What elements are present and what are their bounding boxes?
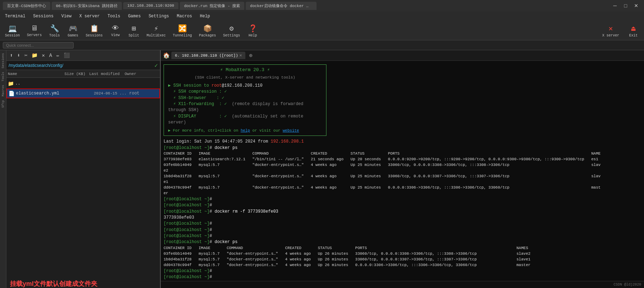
servers-icon: 🖥 [31,24,38,33]
terminal-line-er: er [164,191,641,196]
terminal-prompt-5: [root@localhost ~]# [164,233,641,239]
fp-block-button[interactable]: ⬛ [62,52,71,59]
toolbar-sessions[interactable]: 📋 Sessions [84,23,105,39]
terminal-line-master: dd04378c994f mysql:5.7 "docker-entrypoin… [164,185,641,191]
col-size-header[interactable]: Size (KB) [64,72,89,76]
terminal-tab-active[interactable]: 6. 192.168.208.110 ([root]) ✕ [171,52,245,59]
file-row-parent[interactable]: 📁 .. [6,79,160,88]
tab-docker-image[interactable]: docker启动镜像命令 docker 启… [246,2,317,10]
multiexec-icon: ⚡ [154,24,158,33]
tab-es9200[interactable]: 192.168.208.110:9200 [123,2,178,9]
terminal-bottom: CSDN @ldj2020 [161,281,644,288]
quickconnect-input[interactable] [3,42,74,48]
menubar: Terminal Sessions View X server Tools Ga… [0,11,644,21]
menu-macros[interactable]: Macros [173,13,195,20]
maximize-button[interactable]: □ [621,1,631,10]
minimize-button[interactable]: ─ [610,1,620,10]
terminal-tab-add[interactable]: ⊕ [247,51,255,60]
file-list: 📁 .. 📄 elasticsearch.yml 2024-06-15 ... … [6,78,160,272]
menu-terminal[interactable]: Terminal [1,13,29,20]
terminal-panel: 🏠 6. 192.168.208.110 ([root]) ✕ ⊕ ⚡ Moba… [161,50,644,288]
sidebar-macros[interactable]: Macros [1,83,5,98]
yml-file-icon: 📄 [8,91,15,97]
terminal-line-header2: CONTAINER ID IMAGE COMMAND CREATED STATU… [164,246,641,251]
terminal-prompt-6: [root@localhost ~]# [164,268,641,274]
col-name-header[interactable]: Name [8,72,64,76]
annotation-text: 挂载yml文件默认创建成文件夹 [10,280,156,288]
mobaterm-title: ⚡ MobaXterm 20.3 ⚡ [168,67,322,74]
tab-csdn[interactable]: 百文章-CSDN创作中心 [3,2,50,10]
fp-up-button[interactable]: ⬆ [8,52,14,59]
view-icon: 👁 [112,24,119,33]
close-button[interactable]: ✕ [631,1,641,10]
fp-edit-button[interactable]: ✏ [55,52,61,59]
menu-settings[interactable]: Settings [145,13,173,20]
terminal-line-header1: CONTAINER ID IMAGE COMMAND CREATED STATU… [164,151,641,157]
terminal-line-dockerps1: [root@localhost ~]# docker ps [164,145,641,151]
file-name-parent: .. [15,81,68,86]
terminal-line-slave1b: 1b8d4ba31f28 mysql:5.7 "docker-entrypoin… [164,257,641,263]
col-owner-header[interactable]: Owner [125,72,146,76]
settings-icon: ⚙ [229,24,234,33]
toolbar-tunneling[interactable]: 🔀 Tunneling [171,23,194,39]
toolbar-xserver[interactable]: ✕ X server [600,23,621,39]
toolbar-help[interactable]: ❓ Help [245,23,261,39]
terminal-line-dockerps2: [root@localhost ~]# docker ps [164,239,641,245]
toolbar-exit[interactable]: ⏏ Exit [626,23,641,39]
toolbar-multiexec[interactable]: ⚡ MultiExec [144,23,168,39]
toolbar-view[interactable]: 👁 View [108,23,123,39]
terminal-line-e1: e1 [164,179,641,185]
file-row-yml[interactable]: 📄 elasticsearch.yml 2024-06-15 ... root [6,88,160,98]
menu-view[interactable]: View [58,13,75,20]
fp-down-button[interactable]: ⬇ [16,52,21,59]
packages-icon: 📦 [203,24,212,33]
terminal-line-slave2b: 03fe6bb14049 mysql:5.7 "docker-entrypoin… [164,251,641,257]
filepath-input[interactable] [8,63,154,68]
toolbar-packages[interactable]: 📦 Packages [197,23,218,39]
toolbar-servers[interactable]: 🖥 Servers [25,23,44,39]
split-icon: ⊞ [132,24,136,33]
menu-tools[interactable]: Tools [104,13,124,20]
sidebar-sessions[interactable]: Sessions [1,52,5,70]
menu-games[interactable]: Games [125,13,144,20]
col-modified-header[interactable]: Last modified [89,72,125,76]
terminal-tabs: 🏠 6. 192.168.208.110 ([root]) ✕ ⊕ [161,50,644,61]
terminal-content[interactable]: ⚡ MobaXterm 20.3 ⚡ (SSH client, X-server… [161,61,644,281]
toolbar-settings[interactable]: ⚙ Settings [221,23,242,39]
terminal-line-slave1a: 1b8d4ba31f28 mysql:5.7 "docker-entrypoin… [164,174,641,179]
ssh-help: ▶ For more info, ctrl+click on help or v… [168,128,322,134]
filepath-confirm-icon[interactable]: ✓ [154,62,158,69]
terminal-prompt-1: [root@localhost ~]# [164,196,641,202]
fp-cut-button[interactable]: ✂ [23,52,29,59]
menu-xserver[interactable]: X server [76,13,103,20]
exit-icon: ⏏ [631,24,636,33]
terminal-prompt-4: [root@localhost ~]# [164,227,641,233]
menu-help[interactable]: Help [196,13,214,20]
toolbar-session[interactable]: 💻 Session [3,23,22,39]
toolbar: 💻 Session 🖥 Servers 🔧 Tools 🎮 Games 📋 Se… [0,21,644,40]
tab-kibana[interactable]: 06-初识ES-安装kibana 跳转路径 [52,2,122,10]
menu-sessions[interactable]: Sessions [30,13,57,20]
terminal-tab-close[interactable]: ✕ [239,53,242,58]
help-icon: ❓ [249,24,257,33]
terminal-home-icon[interactable]: 🏠 [163,52,170,59]
tunneling-icon: 🔀 [178,24,187,33]
terminal-prompt-7: [root@localhost ~]# [164,274,641,280]
fp-label-button[interactable]: A [48,52,53,59]
main-area: Sessions Tools Macros Sftp ⬆ ⬇ ✂ 📁 ✕ A ✏… [0,50,644,288]
sidebar-left: Sessions Tools Macros Sftp [0,50,6,288]
sidebar-sftp[interactable]: Sftp [1,99,5,109]
toolbar-tools[interactable]: 🔧 Tools [47,23,62,39]
mobaterm-welcome-box: ⚡ MobaXterm 20.3 ⚡ (SSH client, X-server… [164,64,326,136]
toolbar-games[interactable]: 🎮 Games [65,23,81,39]
file-name-yml: elasticsearch.yml [16,91,69,96]
toolbar-split[interactable]: ⊞ Split [126,23,142,39]
bottom-credit: CSDN @ldj2020 [614,283,641,287]
fp-folder-button[interactable]: 📁 [30,52,39,59]
mobaterm-subtitle: (SSH client, X-server and networking too… [168,75,322,81]
sidebar-tools[interactable]: Tools [1,70,5,83]
ssh-info: ▶ SSH session to root@192.168.208.110 ⚡ … [168,83,322,126]
fp-close-button[interactable]: ✕ [40,52,46,59]
tab-docker-run[interactable]: docker.run 指定镜像 - 搜索 [180,2,244,10]
terminal-prompt-3: [root@localhost ~]# [164,221,641,227]
